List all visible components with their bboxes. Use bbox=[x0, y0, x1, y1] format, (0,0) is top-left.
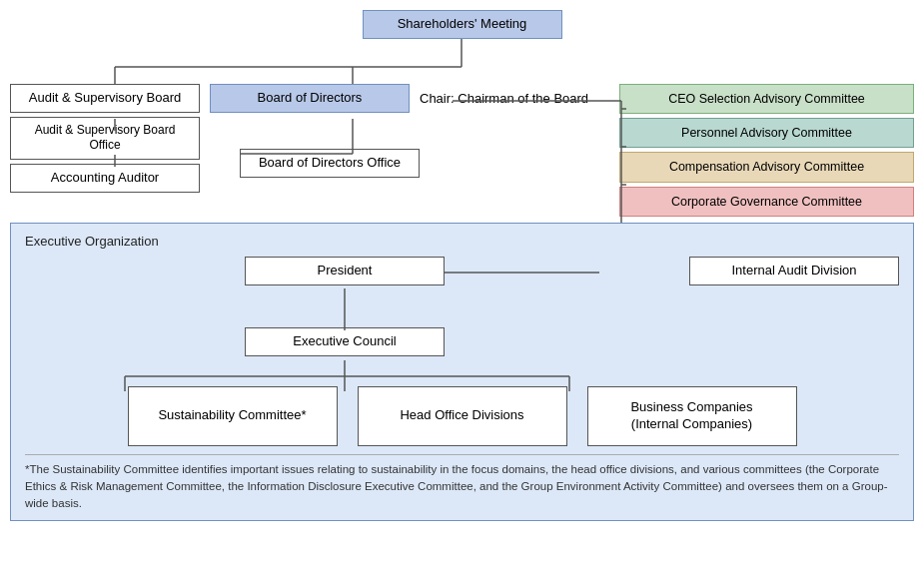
shareholders-meeting-box: Shareholders' Meeting bbox=[363, 10, 562, 39]
compensation-committee-label: Compensation Advisory Committee bbox=[669, 159, 864, 175]
org-chart: Shareholders' Meeting bbox=[10, 10, 914, 521]
governance-committee-label: Corporate Governance Committee bbox=[671, 194, 862, 210]
executive-section: Executive Organization Preside bbox=[10, 223, 914, 522]
board-of-directors-box: Board of Directors bbox=[210, 84, 410, 113]
ceo-selection-committee-box: CEO Selection Advisory Committee bbox=[619, 84, 914, 114]
exec-org-label: Executive Organization bbox=[25, 234, 899, 249]
accounting-auditor-label: Accounting Auditor bbox=[51, 170, 159, 187]
top-section: Shareholders' Meeting bbox=[10, 10, 914, 217]
bod-office-label: Board of Directors Office bbox=[259, 155, 401, 172]
bod-office-row: Board of Directors Office bbox=[240, 149, 420, 178]
lower-boxes-row: Sustainability Committee* Head Office Di… bbox=[25, 386, 899, 446]
bod-row: Board of Directors Chair: Chairman of th… bbox=[210, 84, 588, 113]
center-column: Board of Directors Chair: Chairman of th… bbox=[210, 84, 619, 178]
sustainability-committee-label: Sustainability Committee* bbox=[158, 407, 306, 424]
left-column: Audit & Supervisory Board Audit & Superv… bbox=[10, 84, 210, 193]
president-row: President Internal Audit Division bbox=[25, 257, 899, 285]
footnote: *The Sustainability Committee identifies… bbox=[25, 454, 899, 513]
president-label: President bbox=[318, 263, 373, 280]
exec-inner: President Internal Audit Division Execut… bbox=[25, 257, 899, 446]
audit-supervisory-board-box: Audit & Supervisory Board bbox=[10, 84, 200, 113]
committees-column: CEO Selection Advisory Committee Personn… bbox=[619, 84, 914, 217]
accounting-auditor-box: Accounting Auditor bbox=[10, 164, 200, 193]
board-of-directors-label: Board of Directors bbox=[258, 90, 363, 107]
footnote-text: *The Sustainability Committee identifies… bbox=[25, 463, 888, 510]
audit-supervisory-board-office-box: Audit & Supervisory Board Office bbox=[10, 117, 200, 160]
governance-committee-box: Corporate Governance Committee bbox=[619, 187, 914, 217]
president-box: President bbox=[245, 257, 445, 285]
chair-label: Chair: Chairman of the Board bbox=[420, 91, 588, 106]
shareholders-meeting-label: Shareholders' Meeting bbox=[398, 16, 527, 33]
head-office-divisions-label: Head Office Divisions bbox=[400, 407, 523, 424]
executive-council-box: Executive Council bbox=[245, 327, 445, 356]
personnel-committee-box: Personnel Advisory Committee bbox=[619, 118, 914, 148]
internal-audit-box: Internal Audit Division bbox=[689, 257, 899, 285]
shareholders-row: Shareholders' Meeting bbox=[10, 10, 914, 39]
head-office-divisions-box: Head Office Divisions bbox=[358, 386, 567, 446]
bod-office-box: Board of Directors Office bbox=[240, 149, 420, 178]
sustainability-committee-box: Sustainability Committee* bbox=[128, 386, 338, 446]
audit-supervisory-board-office-label: Audit & Supervisory Board Office bbox=[21, 123, 189, 154]
compensation-committee-box: Compensation Advisory Committee bbox=[619, 152, 914, 182]
executive-council-row: Executive Council bbox=[25, 327, 899, 356]
executive-council-label: Executive Council bbox=[293, 333, 396, 350]
audit-supervisory-board-label: Audit & Supervisory Board bbox=[29, 90, 181, 107]
ceo-selection-committee-label: CEO Selection Advisory Committee bbox=[668, 91, 865, 107]
business-companies-label: Business Companies(Internal Companies) bbox=[630, 399, 752, 433]
internal-audit-label: Internal Audit Division bbox=[731, 263, 856, 280]
business-companies-box: Business Companies(Internal Companies) bbox=[587, 386, 797, 446]
personnel-committee-label: Personnel Advisory Committee bbox=[681, 125, 852, 141]
